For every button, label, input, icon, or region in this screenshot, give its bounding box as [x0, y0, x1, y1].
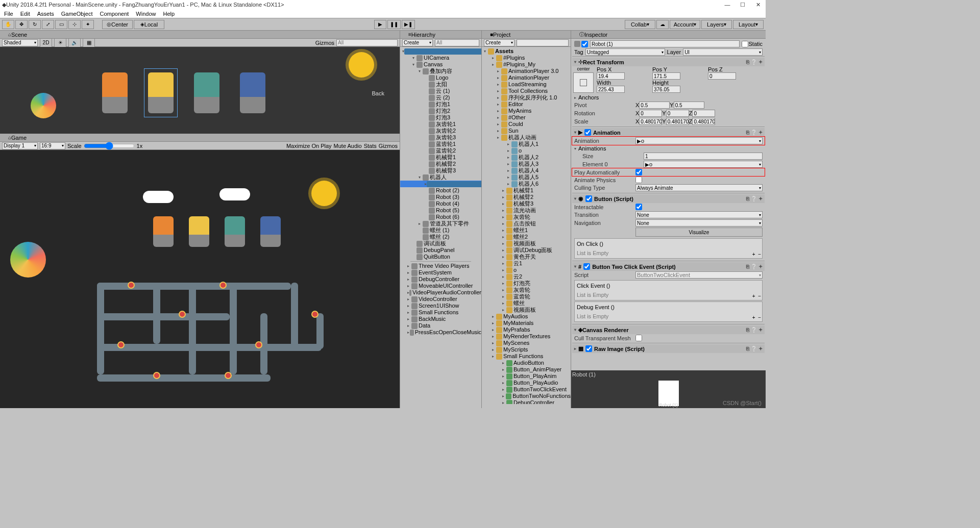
rotate-tool-button[interactable]: ↻ [29, 20, 41, 29]
interactable-checkbox[interactable] [635, 204, 642, 210]
hierarchy-item[interactable]: ▸Small Functions [400, 309, 481, 316]
2d-toggle[interactable]: 2D [40, 38, 52, 47]
visualize-button[interactable]: Visualize [635, 228, 763, 237]
project-item[interactable]: ▸ButtonTwoNoFunctions [482, 393, 571, 399]
project-item[interactable]: ▸灯泡亮 [482, 280, 571, 287]
hierarchy-search[interactable] [435, 39, 479, 46]
project-tab[interactable]: ■ Project [482, 31, 571, 39]
hand-tool-button[interactable]: ✋ [2, 20, 14, 29]
hierarchy-item[interactable]: ▾机器人 [400, 174, 481, 181]
rot-z[interactable] [692, 110, 715, 117]
anim-size[interactable] [644, 153, 763, 160]
hierarchy-item[interactable]: 灯泡2 [400, 108, 481, 114]
project-item[interactable]: ▸机械臂1 [482, 187, 571, 194]
hierarchy-item[interactable]: 机械臂3 [400, 167, 481, 174]
hierarchy-item[interactable]: 调试面板 [400, 240, 481, 247]
project-item[interactable]: ▸螺丝2 [482, 234, 571, 240]
project-item[interactable]: ▸蓝齿轮 [482, 293, 571, 300]
account-button[interactable]: Account ▾ [670, 20, 700, 29]
layers-button[interactable]: Layers ▾ [701, 20, 732, 29]
project-item[interactable]: ▸#Other [482, 114, 571, 121]
hierarchy-item[interactable]: ▸Three Video Players [400, 263, 481, 269]
hierarchy-item[interactable]: ▸PressEscOpenCloseMusic [400, 329, 481, 336]
project-item[interactable]: ▸机器人4 [482, 167, 571, 174]
display-dropdown[interactable]: Display 1 [2, 142, 38, 149]
hierarchy-item[interactable]: Logo [400, 74, 481, 81]
hierarchy-item[interactable]: 螺丝 (2) [400, 234, 481, 240]
stats-toggle[interactable]: Stats [364, 143, 377, 149]
object-name-field[interactable] [590, 40, 740, 47]
project-item[interactable]: ▸LoadStreaming [482, 81, 571, 88]
project-item[interactable]: ▸序列化反序列化 1.0 [482, 94, 571, 101]
navigation-dropdown[interactable]: None [635, 219, 763, 227]
hierarchy-item[interactable]: 太阳 [400, 81, 481, 88]
project-item[interactable]: ▸机器人2 [482, 154, 571, 161]
minimize-button[interactable]: — [720, 2, 735, 8]
hierarchy-item[interactable]: 蓝齿轮2 [400, 147, 481, 154]
btn2-enabled[interactable] [583, 263, 590, 270]
game-tab[interactable]: ⌂ Game [0, 134, 400, 142]
gizmos-label[interactable]: Gizmos [315, 40, 334, 46]
project-item[interactable]: ▸MyRenderTextures [482, 333, 571, 340]
project-item[interactable]: ▸Button_AnimPlayer [482, 366, 571, 373]
hierarchy-item[interactable]: ▾Canvas [400, 61, 481, 68]
maximize-button[interactable]: ☐ [735, 2, 750, 8]
project-item[interactable]: ▸视频面板 [482, 307, 571, 313]
rect-tool-button[interactable]: ▭ [55, 20, 67, 29]
hierarchy-item[interactable]: DebugPanel [400, 247, 481, 254]
play-automatically-checkbox[interactable] [635, 169, 642, 175]
pivot-y[interactable] [674, 102, 704, 109]
static-checkbox[interactable] [742, 41, 748, 47]
hierarchy-robot-item[interactable]: Robot (4) [400, 200, 481, 207]
collab-button[interactable]: Collab ▾ [625, 20, 655, 29]
layout-button[interactable]: Layout ▾ [733, 20, 764, 29]
project-item[interactable]: ▸AnimationPlayer 3.0 [482, 68, 571, 74]
close-button[interactable]: ✕ [750, 2, 766, 8]
rot-y[interactable] [666, 110, 689, 117]
project-item[interactable]: ▸云2 [482, 273, 571, 280]
project-item[interactable]: ▸o [482, 267, 571, 273]
project-item[interactable]: ▸MyScenes [482, 340, 571, 346]
move-tool-button[interactable]: ✥ [15, 20, 28, 29]
project-item[interactable]: ▸云1 [482, 260, 571, 267]
project-item[interactable]: ▸机器人6 [482, 181, 571, 187]
project-item[interactable]: ▸Button_PlayAudio [482, 380, 571, 386]
layer-dropdown[interactable]: UI [683, 48, 763, 56]
scale-slider[interactable] [84, 142, 135, 150]
step-button[interactable]: ▶❚ [402, 20, 415, 29]
tag-dropdown[interactable]: Untagged [585, 48, 665, 56]
project-item[interactable]: ▸灰齿轮 [482, 287, 571, 293]
hierarchy-item[interactable]: 机械臂1 [400, 154, 481, 161]
menu-window[interactable]: Window [136, 11, 156, 17]
project-item[interactable]: ▸黄色开关 [482, 254, 571, 260]
transform-tool-button[interactable]: ⊹ [68, 20, 81, 29]
animation-field[interactable]: ▶ o [635, 137, 763, 144]
hierarchy-item[interactable]: ▸BackMusic [400, 316, 481, 322]
pos-y-field[interactable] [652, 72, 680, 80]
project-item[interactable]: ▸机器人1 [482, 141, 571, 147]
project-item[interactable]: ▸机器人3 [482, 161, 571, 167]
fx-toggle[interactable]: ▦ [83, 38, 95, 47]
hierarchy-item[interactable]: ▸VideoPlayerAudioController [400, 289, 481, 296]
anim-element-0[interactable]: ▶ o [644, 161, 763, 168]
hierarchy-robot-item[interactable]: Robot (3) [400, 194, 481, 200]
menu-help[interactable]: Help [163, 11, 175, 17]
project-item[interactable]: ▸Could [482, 121, 571, 128]
hierarchy-item[interactable]: ▾叠加内容 [400, 68, 481, 74]
animation-enabled[interactable] [584, 129, 591, 136]
onclick-event-list[interactable]: On Click () List is Empty + − [574, 238, 763, 259]
inspector-tab[interactable]: ⓘ Inspector [571, 31, 766, 39]
aspect-dropdown[interactable]: 16:9 [40, 142, 65, 149]
project-item[interactable]: ▸MyAnims [482, 108, 571, 114]
hierarchy-item[interactable]: 云 (1) [400, 88, 481, 94]
scene-search[interactable] [336, 39, 398, 46]
culling-dropdown[interactable]: Always Animate [635, 184, 763, 191]
button-enabled[interactable] [585, 195, 592, 202]
scene-view[interactable]: Back [0, 47, 400, 134]
hierarchy-tab[interactable]: ≡ Hierarchy [400, 31, 481, 39]
hierarchy-tree[interactable]: ▾MainScene ▾UICamera▾Canvas▾叠加内容Logo太阳云 … [400, 47, 481, 404]
project-create[interactable]: Create [484, 39, 514, 46]
cloud-button[interactable]: ☁ [656, 20, 669, 29]
menu-assets[interactable]: Assets [37, 11, 54, 17]
hierarchy-robot-item[interactable]: Robot (2) [400, 187, 481, 194]
